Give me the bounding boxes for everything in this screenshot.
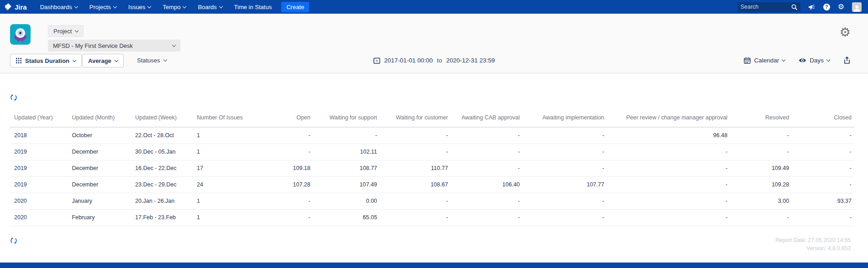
- cell: -: [258, 193, 313, 210]
- date-range-picker[interactable]: 2017-01-01 00:00 to 2020-12-31 23:59: [373, 57, 494, 64]
- calendar-icon: [373, 57, 380, 64]
- calendar-icon: [744, 57, 751, 64]
- nav-item-label: Tempo: [163, 4, 180, 10]
- date-to: 2020-12-31 23:59: [446, 57, 495, 64]
- cell: 17.Feb - 23.Feb: [132, 210, 194, 226]
- column-header: Peer review / change manager approval: [607, 110, 730, 127]
- cell: 0.00: [313, 193, 380, 210]
- toolbar-right: Calendar Days: [744, 57, 851, 64]
- cell: December: [69, 144, 132, 160]
- cell: -: [522, 127, 607, 144]
- cell: 107.77: [522, 177, 607, 193]
- refresh-icon[interactable]: [10, 237, 17, 244]
- metric-button[interactable]: Average: [82, 54, 124, 67]
- cell: 1: [194, 144, 258, 160]
- cell: -: [451, 160, 522, 177]
- cell: -: [607, 160, 730, 177]
- calendar-type-dropdown[interactable]: Calendar: [744, 57, 785, 64]
- cell: -: [792, 127, 854, 144]
- cell: 109.18: [258, 160, 313, 177]
- nav-item-boards[interactable]: Boards: [192, 0, 228, 14]
- chevron-down-icon: [115, 58, 118, 62]
- table-row: 2019December16.Dec - 22.Dec17109.18108.7…: [10, 160, 854, 177]
- chevron-down-icon: [75, 28, 79, 32]
- cell: 30.Dec - 05.Jan: [132, 144, 194, 160]
- cell: 3.00: [730, 193, 792, 210]
- cell: 16.Dec - 22.Dec: [132, 160, 194, 177]
- cell: -: [607, 177, 730, 193]
- nav-item-label: Time in Status: [234, 4, 272, 10]
- cell: December: [69, 177, 132, 193]
- cell: 93.37: [792, 193, 854, 210]
- report-type-button[interactable]: Status Duration: [10, 54, 82, 67]
- report-settings-gear-icon[interactable]: ⚙: [840, 26, 851, 39]
- status-duration-table: Updated (Year)Updated (Month)Updated (We…: [10, 110, 854, 226]
- cell: -: [792, 144, 854, 160]
- table-body: 2018October22.Oct - 28.Oct1-----96.48--2…: [10, 127, 854, 226]
- chevron-down-icon: [219, 4, 222, 8]
- column-header: Waiting for support: [313, 110, 380, 127]
- refresh-icon[interactable]: [10, 94, 17, 101]
- create-button[interactable]: Create: [281, 2, 309, 12]
- settings-icon[interactable]: ⚙: [838, 3, 844, 10]
- project-dropdown-button[interactable]: Project: [48, 25, 84, 37]
- cell: -: [451, 144, 522, 160]
- nav-item-time-in-status[interactable]: Time in Status: [228, 0, 278, 14]
- cell: 109.28: [730, 177, 792, 193]
- column-header: Resolved: [730, 110, 792, 127]
- nav-item-projects[interactable]: Projects: [84, 0, 122, 14]
- eye-icon: [799, 57, 806, 63]
- cell: 22.Oct - 28.Oct: [132, 127, 194, 144]
- cell: -: [451, 127, 522, 144]
- metric-label: Average: [88, 57, 111, 64]
- column-header: Awaiting CAB approval: [451, 110, 522, 127]
- search-icon[interactable]: [791, 4, 797, 10]
- nav-item-dashboards[interactable]: Dashboards: [34, 0, 84, 14]
- jira-logo-icon: [5, 3, 12, 10]
- cell: 1: [194, 127, 258, 144]
- cell: -: [730, 144, 792, 160]
- export-icon[interactable]: [843, 57, 851, 64]
- report-date: Report Date: 27.05.2020 14:55: [775, 236, 851, 244]
- user-avatar[interactable]: [852, 2, 862, 12]
- cell: -: [380, 210, 451, 226]
- brand-name: Jira: [15, 3, 27, 11]
- cell: -: [380, 144, 451, 160]
- project-avatar: [10, 24, 31, 45]
- statuses-dropdown[interactable]: Statuses: [137, 57, 167, 64]
- announcements-icon[interactable]: [808, 4, 815, 10]
- cell: -: [730, 210, 792, 226]
- cell: -: [792, 210, 854, 226]
- cell: -: [522, 210, 607, 226]
- report-footer: Report Date: 27.05.2020 14:55 Version: 4…: [0, 236, 868, 256]
- nav-item-label: Projects: [89, 4, 111, 10]
- cell: 102.11: [313, 144, 380, 160]
- cell: 2020: [10, 210, 69, 226]
- cell: January: [69, 193, 132, 210]
- jira-logo[interactable]: Jira: [5, 3, 27, 11]
- unit-dropdown[interactable]: Days: [799, 57, 830, 64]
- cell: 108.77: [313, 160, 380, 177]
- cell: -: [451, 193, 522, 210]
- date-separator: to: [437, 57, 442, 64]
- cell: 110.77: [380, 160, 451, 177]
- nav-item-issues[interactable]: Issues: [122, 0, 157, 14]
- project-select-value: MFSD - My First Service Desk: [53, 42, 133, 49]
- nav-item-tempo[interactable]: Tempo: [157, 0, 192, 14]
- cell: -: [730, 127, 792, 144]
- table-row: 2020February17.Feb - 23.Feb1-65.05------: [10, 210, 854, 226]
- cell: 2019: [10, 177, 69, 193]
- table-row: 2018October22.Oct - 28.Oct1-----96.48--: [10, 127, 854, 144]
- cell: -: [258, 127, 313, 144]
- column-header: Updated (Month): [69, 110, 132, 127]
- unit-label: Days: [810, 57, 824, 64]
- project-select[interactable]: MFSD - My First Service Desk: [48, 40, 180, 52]
- cell: -: [451, 210, 522, 226]
- search-input[interactable]: Search: [737, 2, 800, 12]
- cell: 17: [194, 160, 258, 177]
- cell: 1: [194, 193, 258, 210]
- column-header: Closed: [792, 110, 854, 127]
- chevron-down-icon: [74, 4, 78, 8]
- help-icon[interactable]: ?: [823, 4, 830, 10]
- project-dropdown-label: Project: [53, 28, 72, 35]
